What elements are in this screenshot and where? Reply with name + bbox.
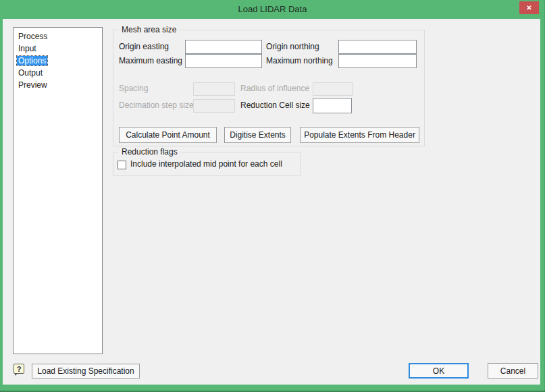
origin-easting-label: Origin easting xyxy=(119,40,169,54)
mesh-area-size-group: Mesh area size Origin easting Origin nor… xyxy=(113,30,425,146)
calculate-point-amount-button[interactable]: Calculate Point Amount xyxy=(119,127,217,143)
help-icon[interactable]: ? xyxy=(14,364,24,374)
close-button[interactable]: ✕ xyxy=(519,1,539,14)
load-lidar-dialog: Load LIDAR Data ✕ Process Input Options … xyxy=(0,0,545,392)
maximum-easting-input[interactable] xyxy=(185,54,262,68)
populate-extents-from-header-button[interactable]: Populate Extents From Header xyxy=(300,127,419,143)
pages-listbox[interactable]: Process Input Options Output Preview xyxy=(13,27,103,354)
close-icon: ✕ xyxy=(526,4,531,11)
dialog-client-area: Process Input Options Output Preview Mes… xyxy=(3,19,540,385)
reduction-flags-title: Reduction flags xyxy=(119,147,180,157)
origin-northing-input[interactable] xyxy=(338,40,417,54)
origin-easting-input[interactable] xyxy=(185,40,262,54)
maximum-northing-label: Maximum northing xyxy=(266,54,333,68)
ok-button[interactable]: OK xyxy=(409,363,469,379)
sidebar-item-preview[interactable]: Preview xyxy=(14,79,102,91)
digitise-extents-button[interactable]: Digitise Extents xyxy=(224,127,291,143)
maximum-northing-input[interactable] xyxy=(338,54,417,68)
include-midpoint-label: Include interpolated mid point for each … xyxy=(130,159,282,169)
spacing-label: Spacing xyxy=(119,82,148,96)
radius-of-influence-input xyxy=(313,82,353,96)
mesh-group-title: Mesh area size xyxy=(119,25,179,35)
origin-northing-label: Origin northing xyxy=(266,40,319,54)
radius-of-influence-label: Radius of influence xyxy=(240,82,309,96)
include-midpoint-checkbox[interactable] xyxy=(118,161,126,169)
sidebar-item-output[interactable]: Output xyxy=(14,67,102,79)
reduction-flags-group: Reduction flags Include interpolated mid… xyxy=(113,152,301,176)
window-title: Load LIDAR Data xyxy=(0,0,545,18)
load-existing-specification-button[interactable]: Load Existing Specification xyxy=(32,364,140,379)
sidebar-item-input[interactable]: Input xyxy=(14,43,102,55)
reduction-cell-size-input[interactable] xyxy=(313,98,352,113)
decimation-step-size-input xyxy=(193,99,235,113)
cancel-button[interactable]: Cancel xyxy=(488,363,538,379)
maximum-easting-label: Maximum easting xyxy=(119,54,182,68)
selected-item-highlight: Options xyxy=(17,56,47,65)
titlebar[interactable]: Load LIDAR Data ✕ xyxy=(0,0,545,19)
sidebar-item-options[interactable]: Options xyxy=(14,55,102,67)
reduction-cell-size-label: Reduction Cell size xyxy=(240,99,310,113)
sidebar-item-process[interactable]: Process xyxy=(14,30,102,43)
spacing-input xyxy=(193,82,235,96)
decimation-step-size-label: Decimation step size xyxy=(119,99,194,113)
